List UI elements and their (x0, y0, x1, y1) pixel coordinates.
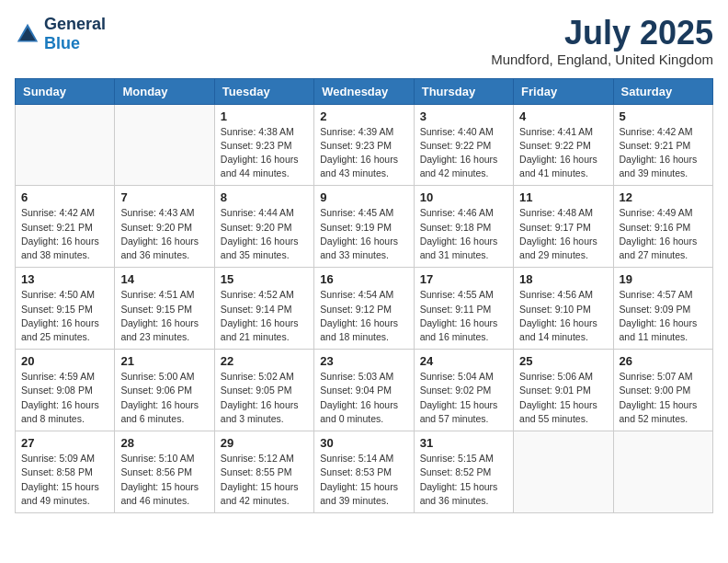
month-year-title: July 2025 (491, 15, 713, 52)
calendar-cell (16, 104, 115, 186)
day-number: 14 (120, 272, 208, 286)
day-detail: Sunrise: 4:38 AM Sunset: 9:23 PM Dayligh… (221, 125, 308, 181)
day-number: 4 (519, 109, 607, 123)
calendar-week-row: 20Sunrise: 4:59 AM Sunset: 9:08 PM Dayli… (16, 350, 713, 431)
weekday-header-row: SundayMondayTuesdayWednesdayThursdayFrid… (16, 78, 713, 104)
calendar-cell: 29Sunrise: 5:12 AM Sunset: 8:55 PM Dayli… (214, 431, 313, 513)
day-detail: Sunrise: 5:10 AM Sunset: 8:56 PM Dayligh… (120, 452, 208, 508)
calendar-cell: 23Sunrise: 5:03 AM Sunset: 9:04 PM Dayli… (314, 350, 414, 431)
day-detail: Sunrise: 4:42 AM Sunset: 9:21 PM Dayligh… (620, 125, 707, 181)
calendar-week-row: 6Sunrise: 4:42 AM Sunset: 9:21 PM Daylig… (16, 186, 713, 268)
calendar-cell: 15Sunrise: 4:52 AM Sunset: 9:14 PM Dayli… (214, 268, 313, 350)
day-detail: Sunrise: 4:44 AM Sunset: 9:20 PM Dayligh… (221, 206, 308, 262)
day-detail: Sunrise: 4:41 AM Sunset: 9:22 PM Dayligh… (519, 125, 607, 181)
logo-blue: Blue (44, 34, 80, 52)
day-number: 22 (221, 354, 308, 368)
calendar-cell: 1Sunrise: 4:38 AM Sunset: 9:23 PM Daylig… (214, 104, 313, 186)
day-number: 11 (519, 190, 607, 204)
calendar-cell: 10Sunrise: 4:46 AM Sunset: 9:18 PM Dayli… (414, 186, 513, 268)
weekday-header-tuesday: Tuesday (214, 78, 313, 104)
day-detail: Sunrise: 4:45 AM Sunset: 9:19 PM Dayligh… (320, 206, 407, 262)
calendar-cell: 20Sunrise: 4:59 AM Sunset: 9:08 PM Dayli… (16, 350, 115, 431)
logo: General Blue (15, 15, 106, 53)
calendar-cell: 5Sunrise: 4:42 AM Sunset: 9:21 PM Daylig… (613, 104, 712, 186)
day-number: 16 (320, 272, 407, 286)
calendar-cell: 14Sunrise: 4:51 AM Sunset: 9:15 PM Dayli… (115, 268, 214, 350)
title-block: July 2025 Mundford, England, United King… (491, 15, 713, 67)
calendar-cell (115, 104, 214, 186)
calendar-week-row: 27Sunrise: 5:09 AM Sunset: 8:58 PM Dayli… (16, 431, 713, 513)
calendar-cell: 3Sunrise: 4:40 AM Sunset: 9:22 PM Daylig… (414, 104, 513, 186)
day-detail: Sunrise: 5:04 AM Sunset: 9:02 PM Dayligh… (420, 370, 507, 426)
day-number: 18 (519, 272, 607, 286)
calendar-cell: 18Sunrise: 4:56 AM Sunset: 9:10 PM Dayli… (514, 268, 613, 350)
day-number: 12 (620, 190, 707, 204)
calendar-cell: 28Sunrise: 5:10 AM Sunset: 8:56 PM Dayli… (115, 431, 214, 513)
day-number: 3 (420, 109, 507, 123)
calendar-cell: 11Sunrise: 4:48 AM Sunset: 9:17 PM Dayli… (514, 186, 613, 268)
calendar-cell: 19Sunrise: 4:57 AM Sunset: 9:09 PM Dayli… (613, 268, 712, 350)
day-number: 7 (120, 190, 208, 204)
day-number: 26 (620, 354, 707, 368)
calendar-cell: 26Sunrise: 5:07 AM Sunset: 9:00 PM Dayli… (613, 350, 712, 431)
day-detail: Sunrise: 5:07 AM Sunset: 9:00 PM Dayligh… (620, 370, 707, 426)
day-number: 25 (519, 354, 607, 368)
day-number: 8 (221, 190, 308, 204)
day-number: 19 (620, 272, 707, 286)
calendar-cell: 4Sunrise: 4:41 AM Sunset: 9:22 PM Daylig… (514, 104, 613, 186)
calendar-week-row: 1Sunrise: 4:38 AM Sunset: 9:23 PM Daylig… (16, 104, 713, 186)
day-number: 6 (21, 190, 108, 204)
calendar-cell: 2Sunrise: 4:39 AM Sunset: 9:23 PM Daylig… (314, 104, 414, 186)
day-number: 13 (21, 272, 108, 286)
day-number: 15 (221, 272, 308, 286)
day-number: 24 (420, 354, 507, 368)
day-number: 2 (320, 109, 407, 123)
calendar-cell: 7Sunrise: 4:43 AM Sunset: 9:20 PM Daylig… (115, 186, 214, 268)
weekday-header-wednesday: Wednesday (314, 78, 414, 104)
calendar-cell: 16Sunrise: 4:54 AM Sunset: 9:12 PM Dayli… (314, 268, 414, 350)
day-detail: Sunrise: 5:06 AM Sunset: 9:01 PM Dayligh… (519, 370, 607, 426)
day-number: 28 (120, 436, 208, 450)
weekday-header-sunday: Sunday (16, 78, 115, 104)
weekday-header-saturday: Saturday (613, 78, 712, 104)
logo-general: General (44, 15, 106, 33)
day-detail: Sunrise: 5:03 AM Sunset: 9:04 PM Dayligh… (320, 370, 407, 426)
day-number: 17 (420, 272, 507, 286)
day-detail: Sunrise: 4:54 AM Sunset: 9:12 PM Dayligh… (320, 288, 407, 344)
day-number: 9 (320, 190, 407, 204)
calendar-cell: 31Sunrise: 5:15 AM Sunset: 8:52 PM Dayli… (414, 431, 513, 513)
weekday-header-friday: Friday (514, 78, 613, 104)
day-detail: Sunrise: 5:00 AM Sunset: 9:06 PM Dayligh… (120, 370, 208, 426)
day-detail: Sunrise: 4:57 AM Sunset: 9:09 PM Dayligh… (620, 288, 707, 344)
day-detail: Sunrise: 4:55 AM Sunset: 9:11 PM Dayligh… (420, 288, 507, 344)
calendar-cell (613, 431, 712, 513)
calendar-week-row: 13Sunrise: 4:50 AM Sunset: 9:15 PM Dayli… (16, 268, 713, 350)
logo-icon (15, 21, 40, 47)
calendar-cell: 12Sunrise: 4:49 AM Sunset: 9:16 PM Dayli… (613, 186, 712, 268)
calendar-cell: 21Sunrise: 5:00 AM Sunset: 9:06 PM Dayli… (115, 350, 214, 431)
day-detail: Sunrise: 4:42 AM Sunset: 9:21 PM Dayligh… (21, 206, 108, 262)
day-number: 10 (420, 190, 507, 204)
day-number: 30 (320, 436, 407, 450)
day-detail: Sunrise: 5:02 AM Sunset: 9:05 PM Dayligh… (221, 370, 308, 426)
day-detail: Sunrise: 4:48 AM Sunset: 9:17 PM Dayligh… (519, 206, 607, 262)
calendar-cell: 9Sunrise: 4:45 AM Sunset: 9:19 PM Daylig… (314, 186, 414, 268)
calendar-cell: 22Sunrise: 5:02 AM Sunset: 9:05 PM Dayli… (214, 350, 313, 431)
day-detail: Sunrise: 4:52 AM Sunset: 9:14 PM Dayligh… (221, 288, 308, 344)
calendar-cell: 30Sunrise: 5:14 AM Sunset: 8:53 PM Dayli… (314, 431, 414, 513)
weekday-header-thursday: Thursday (414, 78, 513, 104)
day-detail: Sunrise: 4:50 AM Sunset: 9:15 PM Dayligh… (21, 288, 108, 344)
day-number: 1 (221, 109, 308, 123)
calendar-cell: 17Sunrise: 4:55 AM Sunset: 9:11 PM Dayli… (414, 268, 513, 350)
calendar-cell: 8Sunrise: 4:44 AM Sunset: 9:20 PM Daylig… (214, 186, 313, 268)
day-detail: Sunrise: 4:43 AM Sunset: 9:20 PM Dayligh… (120, 206, 208, 262)
day-number: 29 (221, 436, 308, 450)
day-detail: Sunrise: 4:56 AM Sunset: 9:10 PM Dayligh… (519, 288, 607, 344)
day-number: 23 (320, 354, 407, 368)
calendar-cell (514, 431, 613, 513)
day-detail: Sunrise: 5:14 AM Sunset: 8:53 PM Dayligh… (320, 452, 407, 508)
day-detail: Sunrise: 4:51 AM Sunset: 9:15 PM Dayligh… (120, 288, 208, 344)
location-subtitle: Mundford, England, United Kingdom (491, 52, 713, 67)
day-detail: Sunrise: 4:49 AM Sunset: 9:16 PM Dayligh… (620, 206, 707, 262)
day-number: 5 (620, 109, 707, 123)
